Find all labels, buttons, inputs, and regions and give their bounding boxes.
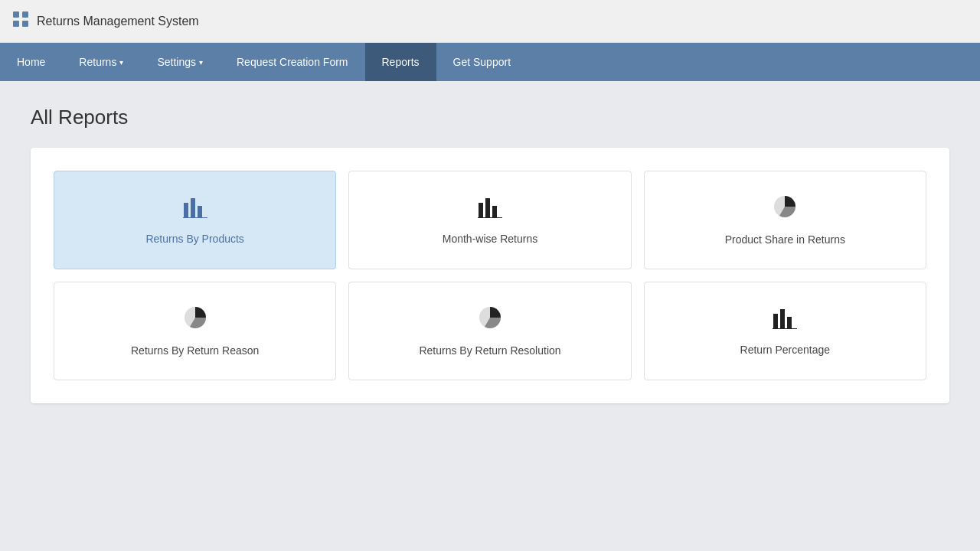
page-content: All Reports Returns By Products <box>0 81 980 428</box>
report-card-label-2: Month-wise Returns <box>443 233 538 245</box>
svg-rect-10 <box>492 206 497 217</box>
svg-rect-6 <box>198 206 202 217</box>
report-card-returns-by-reason[interactable]: Returns By Return Reason <box>54 282 336 380</box>
pie-chart-icon-3 <box>478 305 502 335</box>
settings-dropdown-arrow: ▾ <box>199 58 203 67</box>
app-title: Returns Management System <box>37 15 199 28</box>
svg-rect-2 <box>13 21 19 27</box>
svg-rect-4 <box>184 203 188 217</box>
report-card-product-share[interactable]: Product Share in Returns <box>644 171 926 269</box>
page-title: All Reports <box>31 106 949 129</box>
bar-chart-icon-1 <box>183 195 207 223</box>
svg-rect-8 <box>479 203 483 217</box>
svg-rect-1 <box>22 11 28 18</box>
app-icon <box>12 11 29 31</box>
pie-chart-icon-2 <box>183 305 207 335</box>
top-bar: Returns Management System <box>0 0 980 43</box>
nav-item-settings[interactable]: Settings ▾ <box>140 43 220 81</box>
report-card-label-4: Returns By Return Reason <box>131 344 259 357</box>
svg-rect-18 <box>773 328 797 329</box>
report-card-return-percentage[interactable]: Return Percentage <box>644 282 926 380</box>
svg-rect-17 <box>787 317 792 328</box>
bar-chart-icon-3 <box>773 306 797 334</box>
report-card-label-5: Returns By Return Resolution <box>419 344 560 357</box>
nav-item-get-support[interactable]: Get Support <box>436 43 528 81</box>
report-card-month-wise-returns[interactable]: Month-wise Returns <box>348 171 631 269</box>
reports-container: Returns By Products Month-wise Returns <box>31 148 949 403</box>
report-card-returns-by-products[interactable]: Returns By Products <box>54 171 336 269</box>
report-card-label-3: Product Share in Returns <box>725 233 845 246</box>
nav-item-home[interactable]: Home <box>0 43 62 81</box>
report-card-label-1: Returns By Products <box>145 233 243 245</box>
main-nav: Home Returns ▾ Settings ▾ Request Creati… <box>0 43 980 81</box>
report-grid: Returns By Products Month-wise Returns <box>54 171 926 380</box>
report-card-label-6: Return Percentage <box>740 344 831 356</box>
nav-item-reports[interactable]: Reports <box>365 43 436 81</box>
svg-rect-9 <box>485 198 490 217</box>
svg-rect-5 <box>191 198 195 217</box>
svg-rect-0 <box>13 11 19 18</box>
svg-rect-7 <box>183 217 207 218</box>
svg-rect-15 <box>773 314 778 328</box>
returns-dropdown-arrow: ▾ <box>119 58 123 67</box>
bar-chart-icon-2 <box>478 195 502 223</box>
nav-item-request-creation-form[interactable]: Request Creation Form <box>220 43 365 81</box>
svg-rect-16 <box>780 309 785 328</box>
pie-chart-icon-1 <box>773 194 797 224</box>
report-card-returns-by-resolution[interactable]: Returns By Return Resolution <box>348 282 631 380</box>
svg-rect-11 <box>478 217 502 218</box>
svg-rect-3 <box>22 21 28 27</box>
nav-item-returns[interactable]: Returns ▾ <box>62 43 140 81</box>
